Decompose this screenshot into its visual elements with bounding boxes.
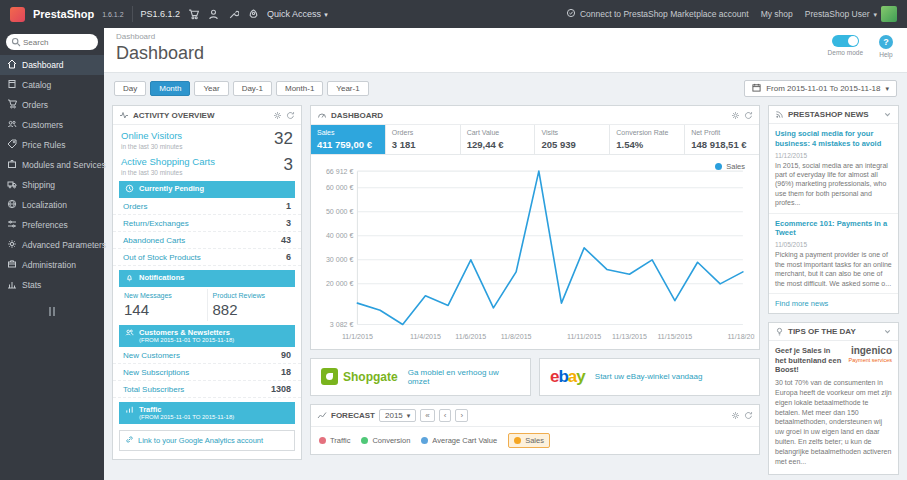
chevron-down-icon[interactable] <box>883 110 892 119</box>
customers-row-new-customers[interactable]: New Customers 90 <box>113 347 301 364</box>
sidebar-collapse-button[interactable] <box>49 307 55 316</box>
sidebar-item-preferences[interactable]: Preferences <box>0 215 104 235</box>
refresh-icon[interactable] <box>744 411 753 420</box>
forecast-panel-title: FORECAST <box>331 411 375 420</box>
product-reviews-value: 882 <box>213 301 291 318</box>
sidebar-item-dashboard[interactable]: Dashboard <box>0 55 104 75</box>
period-day-button[interactable]: Day <box>114 81 146 96</box>
marketplace-link[interactable]: Connect to PrestaShop Marketplace accoun… <box>566 8 749 20</box>
notifications-title: Notifications <box>139 273 184 282</box>
forecast-legend-sales[interactable]: Sales <box>508 433 550 448</box>
ebay-promo-link[interactable]: Start uw eBay-winkel vandaag <box>595 372 703 381</box>
forecast-previous-button[interactable] <box>439 409 452 422</box>
wrench-icon[interactable] <box>228 9 239 20</box>
quick-access-menu[interactable]: Quick Access <box>267 9 328 19</box>
kpi-cart-value[interactable]: Cart Value 129,44 € <box>461 125 536 154</box>
kpi-net-profit[interactable]: Net Profit 148 918,51 € <box>685 125 759 154</box>
traffic-header: Traffic (FROM 2015-11-01 TO 2015-11-18) <box>119 402 295 424</box>
ebay-promo[interactable]: ebay Start uw eBay-winkel vandaag <box>539 358 760 396</box>
shopgate-promo-link[interactable]: Ga mobiel en verhoog uw omzet <box>408 368 520 386</box>
pulse-icon <box>119 110 129 120</box>
date-range-picker[interactable]: From 2015-11-01 To 2015-11-18 <box>744 80 897 97</box>
period-year-1-button[interactable]: Year-1 <box>327 81 368 96</box>
chevron-down-icon[interactable] <box>883 327 892 336</box>
news-article-title[interactable]: Using social media for your business: 4 … <box>775 129 892 149</box>
date-range-label: From 2015-11-01 To 2015-11-18 <box>766 84 880 93</box>
forecast-legend-conversion[interactable]: Conversion <box>361 436 410 445</box>
sidebar-item-price-rules[interactable]: Price Rules <box>0 135 104 155</box>
active-carts-metric[interactable]: Active Shopping Carts in the last 30 min… <box>113 151 301 177</box>
bell-icon <box>125 273 134 284</box>
pending-row-abandoned-carts[interactable]: Abandoned Carts 43 <box>113 232 301 249</box>
sidebar-item-catalog[interactable]: Catalog <box>0 75 104 95</box>
topbar-shortcut-icons <box>188 9 259 20</box>
user-menu[interactable]: PrestaShop User <box>805 6 897 22</box>
traffic-subtitle: (FROM 2015-11-01 TO 2015-11-18) <box>139 414 234 421</box>
customers-row-total-subscribers[interactable]: Total Subscribers 1308 <box>113 381 301 398</box>
person-icon[interactable] <box>208 9 219 20</box>
period-year-button[interactable]: Year <box>194 81 228 96</box>
sidebar-item-customers[interactable]: Customers <box>0 115 104 135</box>
gear-icon[interactable] <box>731 111 740 120</box>
sidebar-item-label: Customers <box>22 120 63 130</box>
my-shop-link[interactable]: My shop <box>761 9 793 19</box>
forecast-rewind-button[interactable] <box>420 409 434 422</box>
my-shop-label: My shop <box>761 9 793 19</box>
search-icon <box>11 37 21 49</box>
kpi-sales[interactable]: Sales 411 759,00 € <box>311 125 386 154</box>
help-button[interactable]: Help <box>879 35 893 58</box>
new-messages-cell[interactable]: New Messages 144 <box>119 289 207 321</box>
kpi-conversion-rate[interactable]: Conversion Rate 1.54% <box>610 125 685 154</box>
find-more-news-link[interactable]: Find more news <box>769 294 898 313</box>
topbar-divider <box>132 6 133 22</box>
refresh-icon[interactable] <box>286 111 295 120</box>
sidebar-item-label: Stats <box>22 280 41 290</box>
sidebar-item-localization[interactable]: Localization <box>0 195 104 215</box>
shopgate-icon <box>321 368 338 385</box>
product-reviews-cell[interactable]: Product Reviews 882 <box>207 289 296 321</box>
period-day-1-button[interactable]: Day-1 <box>233 81 272 96</box>
sidebar-item-advanced-parameters[interactable]: Advanced Parameters <box>0 235 104 255</box>
sidebar-item-modules-and-services[interactable]: Modules and Services <box>0 155 104 175</box>
page-header: Dashboard Dashboard Demo mode Help <box>104 28 907 73</box>
online-visitors-metric[interactable]: Online Visitors in the last 30 minutes 3… <box>113 125 301 151</box>
legend-dot-icon <box>421 437 428 444</box>
sidebar-item-label: Administration <box>22 260 76 270</box>
kpi-value: 3 181 <box>392 139 454 150</box>
svg-text:40 000 €: 40 000 € <box>326 232 354 239</box>
toggle-switch-icon[interactable] <box>832 35 859 47</box>
shopgate-promo[interactable]: Shopgate Ga mobiel en verhoog uw omzet <box>310 358 531 396</box>
sidebar-item-orders[interactable]: Orders <box>0 95 104 115</box>
sidebar-item-administration[interactable]: Administration <box>0 255 104 275</box>
forecast-next-button[interactable] <box>455 409 468 422</box>
shop-name[interactable]: PS1.6.1.2 <box>141 9 181 19</box>
pending-row-returns[interactable]: Return/Exchanges 3 <box>113 215 301 232</box>
svg-text:11/11/2015: 11/11/2015 <box>567 333 601 340</box>
kpi-orders[interactable]: Orders 3 181 <box>386 125 461 154</box>
period-month-button[interactable]: Month <box>150 81 190 96</box>
chart-legend[interactable]: Sales <box>715 162 745 171</box>
gear-icon[interactable] <box>731 411 740 420</box>
forecast-year-select[interactable]: 2015 <box>379 409 416 422</box>
forecast-legend-traffic[interactable]: Traffic <box>319 436 350 445</box>
pending-row-out-of-stock[interactable]: Out of Stock Products 6 <box>113 249 301 266</box>
shopgate-brand-name: Shopgate <box>343 370 398 384</box>
cart-icon[interactable] <box>188 9 199 20</box>
pending-row-orders[interactable]: Orders 1 <box>113 198 301 215</box>
kpi-visits[interactable]: Visits 205 939 <box>535 125 610 154</box>
book-icon <box>7 79 17 91</box>
forecast-legend-average-cart-value[interactable]: Average Cart Value <box>421 436 497 445</box>
svg-text:11/4/2015: 11/4/2015 <box>410 333 441 340</box>
sidebar-item-stats[interactable]: Stats <box>0 275 104 295</box>
rocket-icon[interactable] <box>248 9 259 20</box>
refresh-icon[interactable] <box>744 111 753 120</box>
sidebar-item-shipping[interactable]: Shipping <box>0 175 104 195</box>
demo-mode-toggle[interactable]: Demo mode <box>828 35 863 56</box>
gear-icon[interactable] <box>273 111 282 120</box>
google-analytics-link[interactable]: Link to your Google Analytics account <box>119 430 295 451</box>
customers-row-new-subscriptions[interactable]: New Subscriptions 18 <box>113 364 301 381</box>
period-month-1-button[interactable]: Month-1 <box>276 81 323 96</box>
svg-text:3 082 €: 3 082 € <box>330 321 354 328</box>
rss-icon <box>775 110 784 119</box>
news-article-title[interactable]: Ecommerce 101: Payments in a Tweet <box>775 219 892 239</box>
